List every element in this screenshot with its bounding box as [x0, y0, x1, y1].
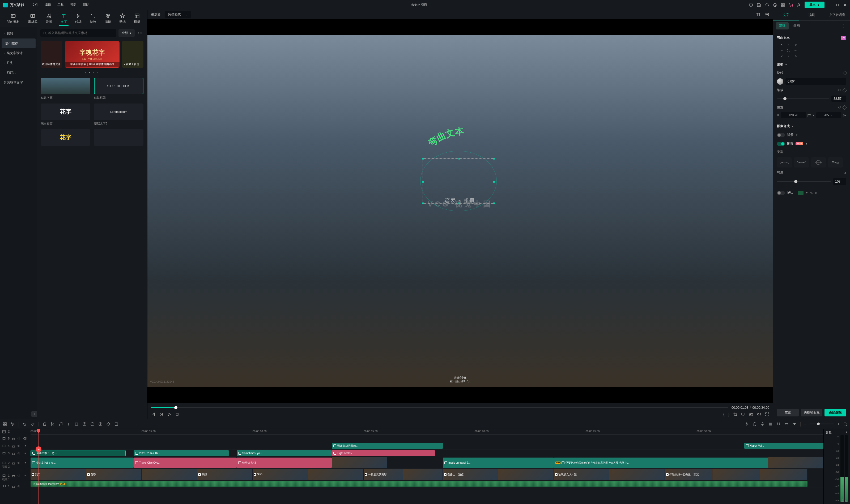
cart-icon[interactable]	[788, 3, 793, 7]
lock-icon[interactable]	[12, 474, 15, 478]
razor-icon[interactable]: ✂	[36, 446, 41, 452]
align-bl[interactable]: ↙	[779, 54, 784, 58]
tab-stickers[interactable]: 贴纸	[118, 12, 127, 26]
eye-icon[interactable]	[23, 451, 27, 455]
back-nav-icon[interactable]: ‹	[31, 411, 37, 417]
clip[interactable]: 安崽&小鑫 / 海...	[31, 457, 134, 468]
kf-scale[interactable]	[843, 88, 847, 92]
lock-icon[interactable]	[12, 437, 15, 440]
quality-dropdown[interactable]: 完整画质⌄	[165, 11, 191, 18]
audio-beat-icon[interactable]	[58, 422, 63, 426]
maximize-icon[interactable]	[836, 3, 839, 7]
tl-cursor-icon[interactable]	[11, 422, 15, 426]
clip[interactable]: Light Leak 5	[332, 450, 435, 456]
tab-my-media[interactable]: 我的素材	[5, 12, 21, 26]
template-default-subtitle[interactable]: 默认字幕	[41, 78, 90, 100]
track-2[interactable]: 安崽&小鑫 / 海... Travel Chic Ove... 镜头炫光43 m…	[31, 457, 823, 469]
insp-tab-text[interactable]: 文字	[773, 10, 799, 20]
track-tool-icon[interactable]	[98, 422, 103, 426]
stroke-color-swatch[interactable]	[798, 191, 803, 195]
clip[interactable]: ▶SLO...	[253, 469, 308, 480]
clip[interactable]	[308, 469, 364, 480]
crop-tool-icon[interactable]	[74, 422, 79, 426]
add-track-icon[interactable]	[2, 430, 6, 434]
clip[interactable]: made on travel 2...	[443, 457, 554, 468]
reset-position-icon[interactable]: ↺	[838, 105, 841, 109]
shape-arc-down[interactable]: ABCDEFG	[794, 157, 809, 167]
save-preset-icon[interactable]	[843, 24, 847, 28]
tl-layout-icon[interactable]	[3, 422, 7, 426]
close-icon[interactable]	[843, 3, 847, 7]
insp-tab-tts[interactable]: 文字转语音	[825, 10, 850, 20]
zoom-slider[interactable]	[810, 424, 834, 425]
track-3[interactable]: 弯曲文本 / 一恋... 2023.02.14 / Th... Sometime…	[31, 450, 823, 457]
lock-icon[interactable]	[12, 484, 15, 488]
strength-slider[interactable]	[777, 181, 831, 182]
filter-dropdown[interactable]: 全部▼	[119, 29, 135, 37]
tab-stock[interactable]: 素材库	[26, 12, 39, 26]
align-tr[interactable]: ↗	[793, 43, 798, 47]
mute-icon[interactable]	[18, 444, 21, 448]
redo-icon[interactable]	[31, 422, 35, 426]
eye-icon[interactable]	[23, 444, 27, 448]
clip[interactable]: ▶在路上... 预览...	[443, 469, 554, 480]
lock-icon[interactable]	[12, 461, 15, 465]
banner-right[interactable]: 又在夏天告别	[122, 41, 143, 68]
minimize-icon[interactable]	[828, 3, 832, 7]
align-t[interactable]: ↑	[786, 43, 791, 47]
clip[interactable]: 2023.02.14 / Th...	[134, 450, 229, 456]
clip[interactable]: 谢谢你成为我的...	[332, 443, 443, 449]
menu-help[interactable]: 帮助	[83, 3, 89, 7]
save-icon[interactable]	[757, 3, 761, 7]
track-4[interactable]: 谢谢你成为我的... Happy Val...	[31, 442, 823, 450]
side-popular[interactable]: 热门推荐	[2, 38, 36, 48]
toggle-background[interactable]	[777, 133, 785, 137]
mic-icon[interactable]	[761, 422, 765, 426]
align-r[interactable]: →	[793, 49, 798, 52]
banner-main[interactable]: 字魂花字 100+字体自由选择 字魂花字合集｜100余款字体自由选择	[65, 41, 120, 68]
keyframe-icon[interactable]	[106, 422, 110, 426]
eye-icon[interactable]	[23, 474, 27, 478]
clip[interactable]	[768, 457, 823, 468]
marker-icon[interactable]	[752, 422, 757, 426]
auto-icon[interactable]	[745, 422, 749, 426]
clip[interactable]: ▶年轻夫妇一起做生... 预览...	[665, 469, 808, 480]
mute-icon[interactable]	[18, 461, 21, 465]
template-huazi-yellow[interactable]: 花字	[41, 129, 90, 147]
clip[interactable]: ▶黄昏...	[86, 469, 142, 480]
advanced-edit-button[interactable]: 高级编辑	[825, 409, 846, 416]
clip-selected[interactable]: 弯曲文本 / 一恋...	[31, 450, 126, 456]
mute-icon[interactable]	[18, 451, 21, 455]
clip[interactable]	[332, 457, 387, 468]
mark-in-icon[interactable]: {	[723, 412, 725, 416]
timeline-ruler[interactable]: 00:00 00:00:05:00 00:00:10:00 00:00:15:0…	[31, 429, 823, 435]
link-icon[interactable]	[784, 422, 788, 426]
next-frame-icon[interactable]	[159, 412, 163, 416]
rotation-input[interactable]: 0.00°	[785, 78, 846, 85]
scrub-bar[interactable]	[151, 407, 728, 408]
carousel-dots[interactable]: • • • •	[37, 70, 147, 76]
selection-box[interactable]	[422, 159, 494, 203]
zoom-fit-icon[interactable]	[843, 422, 847, 426]
text-tool-icon[interactable]	[66, 422, 71, 426]
side-slideshow[interactable]: ›幻灯片	[0, 68, 37, 78]
apps-icon[interactable]	[781, 3, 785, 7]
mute-icon[interactable]	[18, 474, 21, 478]
camera-icon[interactable]	[749, 412, 753, 416]
speed-icon[interactable]	[82, 422, 87, 426]
lock-icon[interactable]	[12, 444, 15, 448]
picture-icon[interactable]	[764, 12, 769, 17]
banner-left[interactable]: 欧洲杯体育资源	[41, 41, 62, 68]
device-icon[interactable]	[749, 3, 753, 7]
align-l[interactable]: ←	[779, 49, 784, 52]
side-plain-text[interactable]: ›纯文字设计	[0, 48, 37, 58]
tab-audio[interactable]: 音频	[44, 12, 54, 26]
tab-effects[interactable]: 特效	[88, 12, 98, 26]
align-br[interactable]: ↘	[793, 54, 798, 58]
sub-basic[interactable]: 基础	[776, 22, 788, 30]
clip[interactable]: ▶我们	[31, 469, 86, 480]
snapshot-compare-icon[interactable]	[756, 12, 760, 17]
lock-icon[interactable]	[12, 451, 15, 455]
volume-icon[interactable]	[757, 412, 761, 416]
eye-icon[interactable]	[23, 461, 27, 465]
